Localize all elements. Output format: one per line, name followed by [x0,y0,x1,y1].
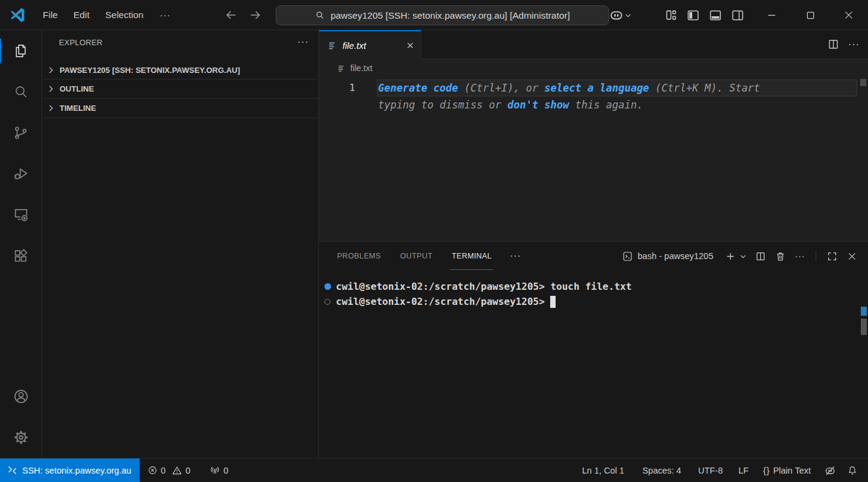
menu-edit[interactable]: Edit [66,6,98,24]
indentation-status[interactable]: Spaces: 4 [637,466,687,475]
line-number: 1 [319,80,355,96]
close-icon [843,9,855,21]
maximize-icon [805,10,816,21]
terminal-command: touch file.txt [550,281,631,292]
tab-output[interactable]: OUTPUT [399,242,434,270]
activity-remote-explorer-button[interactable] [0,194,42,235]
tab-file-txt[interactable]: file.txt [319,30,421,59]
panel-tabs-more-button[interactable]: ··· [510,251,521,261]
ghost-link-select-language[interactable]: select a language [544,82,649,94]
error-icon [147,465,158,475]
copilot-button[interactable] [605,4,635,26]
terminal-scrollbar-thumb[interactable] [861,319,867,335]
layout-sidebar-right-icon [731,8,745,22]
activity-source-control-button[interactable] [0,112,42,153]
ghost-text-line-1: Generate code (Ctrl+I), or select a lang… [378,80,760,96]
window-maximize-button[interactable] [791,0,829,30]
account-icon [13,388,29,405]
editor-scrollbar-thumb[interactable] [860,79,866,86]
activity-extensions-button[interactable] [0,235,42,276]
breadcrumb[interactable]: file.txt [319,59,868,77]
section-workspace-label: PAWSEY1205 [SSH: SETONIX.PAWSEY.ORG.AU] [60,66,240,75]
maximize-panel-button[interactable] [824,248,840,264]
search-icon [13,84,29,100]
close-panel-button[interactable] [844,248,860,264]
tab-terminal[interactable]: TERMINAL [450,242,492,270]
sidebar-section-outline[interactable]: OUTLINE [42,80,318,99]
menu-selection[interactable]: Selection [98,6,152,24]
language-mode-status[interactable]: {} Plain Text [758,466,816,475]
remote-label: SSH: setonix.pawsey.org.au [22,466,131,475]
toggle-secondary-sidebar-button[interactable] [727,4,749,26]
tab-problems[interactable]: PROBLEMS [336,242,382,270]
ghost-text-line-2: typing to dismiss or don't show this aga… [378,96,643,113]
editor-content[interactable]: 1 Generate code (Ctrl+I), or select a la… [319,77,868,241]
customize-layout-icon [665,8,678,22]
window-minimize-button[interactable] [752,0,791,30]
sidebar-section-timeline[interactable]: TIMELINE [42,99,318,118]
customize-layout-button[interactable] [660,4,682,26]
back-arrow-button[interactable] [225,8,238,22]
editor-more-actions-button[interactable]: ··· [848,39,860,50]
terminal-session-label[interactable]: bash - pawsey1205 [622,251,713,262]
title-bar: File Edit Selection ··· pawsey1205 [SSH:… [0,0,868,30]
encoding-status[interactable]: UTF-8 [693,466,728,475]
activity-bar [0,30,42,458]
activity-run-debug-button[interactable] [0,153,42,194]
kill-terminal-button[interactable] [772,248,788,264]
sidebar-section-workspace[interactable]: PAWSEY1205 [SSH: SETONIX.PAWSEY.ORG.AU] [42,60,318,80]
cursor-position-status[interactable]: Ln 1, Col 1 [577,466,630,475]
source-control-icon [13,125,29,141]
menu-more-button[interactable]: ··· [151,6,179,23]
sidebar-title: EXPLORER [59,38,297,47]
split-editor-icon[interactable] [827,38,840,51]
file-text-icon [337,64,346,73]
ports-status[interactable]: 0 [204,459,234,482]
sidebar-more-button[interactable]: ··· [297,37,309,48]
file-text-icon [327,40,338,51]
terminal-more-actions-button[interactable]: ··· [792,248,808,264]
chevron-right-icon [46,65,56,75]
command-decoration-icon[interactable] [324,283,331,290]
notifications-status[interactable] [842,465,863,476]
new-terminal-button[interactable] [722,248,738,264]
toggle-panel-button[interactable] [704,4,727,26]
toggle-primary-sidebar-button[interactable] [682,4,704,26]
command-decoration-icon[interactable] [324,299,330,305]
eol-status[interactable]: LF [733,466,754,475]
section-outline-label: OUTLINE [60,84,94,93]
command-center-text: pawsey1205 [SSH: setonix.pawsey.org.au] … [330,10,570,21]
split-terminal-button[interactable] [752,248,768,264]
forward-arrow-button[interactable] [249,8,262,22]
ghost-link-dont-show[interactable]: don't show [507,99,569,111]
remote-indicator[interactable]: SSH: setonix.pawsey.org.au [0,459,140,482]
activity-settings-button[interactable] [0,417,42,458]
section-timeline-label: TIMELINE [60,104,96,113]
copilot-status[interactable] [819,465,842,477]
window-close-button[interactable] [829,0,868,30]
bell-icon [847,465,858,476]
copilot-icon [609,7,624,23]
menu-file[interactable]: File [35,6,66,24]
minimize-icon [766,9,778,21]
terminal-cursor [550,296,556,308]
language-label: Plain Text [773,466,811,475]
chevron-down-icon [739,252,747,260]
activity-explorer-button[interactable] [0,30,42,71]
command-center-search[interactable]: pawsey1205 [SSH: setonix.pawsey.org.au] … [276,5,609,25]
status-bar: SSH: setonix.pawsey.org.au 0 0 0 [0,458,868,482]
problems-status[interactable]: 0 0 [140,459,196,482]
terminal-prompt: cwil@setonix-02:/scratch/pawsey1205> [336,281,550,292]
activity-search-button[interactable] [0,71,42,112]
activity-accounts-button[interactable] [0,376,42,417]
chevron-down-icon [624,11,632,19]
terminal-dropdown-button[interactable] [737,248,748,264]
ghost-link-generate-code[interactable]: Generate code [378,82,458,94]
plus-icon [727,252,733,259]
bottom-panel: PROBLEMS OUTPUT TERMINAL ··· bash - paws… [319,241,868,458]
tab-label: file.txt [343,40,401,51]
terminal-output[interactable]: cwil@setonix-02:/scratch/pawsey1205> tou… [319,271,868,309]
layout-panel-icon [708,8,722,22]
warning-icon [172,465,182,476]
tab-close-icon[interactable] [406,41,415,50]
